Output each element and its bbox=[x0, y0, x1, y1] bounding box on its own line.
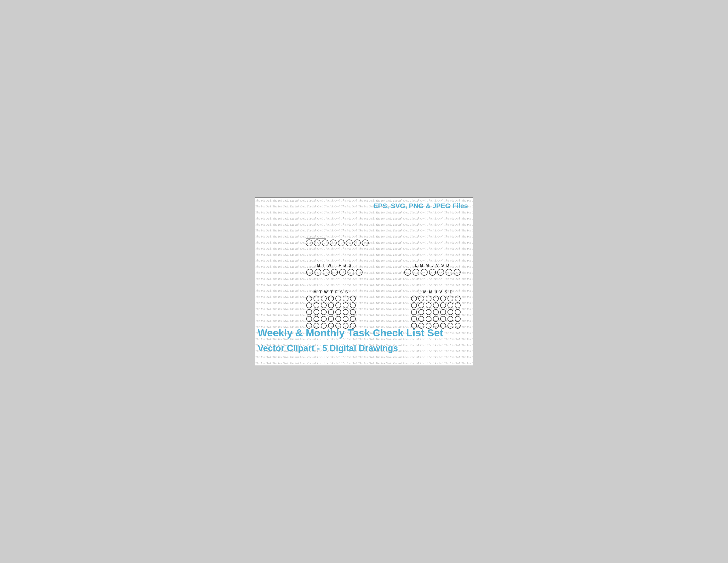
circle bbox=[321, 309, 327, 315]
monthly-label-mid: L M M J V S D bbox=[411, 290, 461, 295]
circle bbox=[433, 316, 439, 322]
circle bbox=[350, 303, 356, 308]
content-overlay: EPS, SVG, PNG & JPEG Files M T W T F S S bbox=[255, 198, 473, 366]
circle bbox=[328, 309, 334, 315]
circle bbox=[306, 239, 313, 246]
circle bbox=[455, 296, 461, 302]
circle bbox=[356, 269, 363, 276]
circle bbox=[314, 239, 321, 246]
circle bbox=[411, 296, 417, 302]
circle bbox=[328, 296, 334, 302]
circle bbox=[426, 309, 431, 315]
circle bbox=[347, 269, 354, 276]
circle bbox=[328, 303, 334, 308]
circle bbox=[421, 269, 428, 276]
main-card: The Ink Owl. The Ink Owl. The Ink Owl. T… bbox=[255, 197, 473, 366]
circle bbox=[426, 303, 431, 308]
circle bbox=[411, 309, 417, 315]
circle bbox=[343, 316, 348, 322]
circle bbox=[418, 303, 424, 308]
circle bbox=[321, 303, 327, 308]
circle bbox=[440, 316, 446, 322]
circle bbox=[411, 316, 417, 322]
circle bbox=[447, 323, 453, 329]
circle bbox=[306, 316, 312, 322]
circle bbox=[314, 296, 319, 302]
circle bbox=[343, 296, 348, 302]
circle bbox=[433, 309, 439, 315]
single-weekly-top bbox=[306, 238, 369, 246]
circle bbox=[350, 296, 356, 302]
monthly-tracker-mid: L M M J V S D bbox=[411, 290, 461, 330]
circle bbox=[350, 316, 356, 322]
bottom-title: Weekly & Monthly Task Check List Set bbox=[258, 327, 443, 339]
weekly-label-top: M T W T F S S bbox=[306, 263, 363, 267]
circle bbox=[321, 316, 327, 322]
circle bbox=[306, 303, 312, 308]
circle bbox=[306, 309, 312, 315]
circle bbox=[331, 269, 338, 276]
circle bbox=[404, 269, 411, 276]
circle bbox=[433, 296, 439, 302]
circle bbox=[322, 239, 329, 246]
weekly-label-mid: M T W T F S S bbox=[306, 290, 356, 295]
top-banner: EPS, SVG, PNG & JPEG Files bbox=[373, 202, 468, 210]
circle bbox=[413, 269, 419, 276]
circle bbox=[314, 303, 319, 308]
circle bbox=[426, 296, 431, 302]
circle bbox=[328, 316, 334, 322]
circle bbox=[339, 269, 346, 276]
circle bbox=[306, 269, 313, 276]
circle bbox=[335, 303, 341, 308]
circle bbox=[454, 269, 461, 276]
circle bbox=[447, 316, 453, 322]
circle bbox=[418, 309, 424, 315]
circle bbox=[437, 269, 444, 276]
circle bbox=[411, 303, 417, 308]
weekly-tracker-top: M T W T F S S bbox=[306, 263, 363, 276]
weekly-tracker-mid: M T W T F S S bbox=[306, 290, 356, 330]
circle bbox=[321, 296, 327, 302]
circle bbox=[354, 239, 361, 246]
circle bbox=[350, 309, 356, 315]
circle bbox=[338, 239, 345, 246]
circle bbox=[323, 269, 330, 276]
circle bbox=[455, 316, 461, 322]
circle bbox=[335, 316, 341, 322]
circle bbox=[335, 309, 341, 315]
bottom-subtitle: Vector Clipart - 5 Digital Drawings bbox=[258, 343, 398, 354]
circle bbox=[343, 303, 348, 308]
circle bbox=[314, 269, 321, 276]
circle bbox=[455, 309, 461, 315]
circle bbox=[440, 296, 446, 302]
circle bbox=[418, 316, 424, 322]
circle bbox=[447, 296, 453, 302]
circle bbox=[440, 303, 446, 308]
circle bbox=[455, 303, 461, 308]
circle bbox=[433, 303, 439, 308]
circle bbox=[440, 309, 446, 315]
circle bbox=[314, 309, 319, 315]
circle bbox=[306, 296, 312, 302]
circle bbox=[335, 296, 341, 302]
monthly-tracker-top: L M M J V S D bbox=[404, 263, 461, 276]
circle bbox=[455, 323, 461, 329]
circle bbox=[314, 316, 319, 322]
circle bbox=[447, 303, 453, 308]
circle bbox=[346, 239, 353, 246]
circle bbox=[362, 239, 369, 246]
circle bbox=[343, 309, 348, 315]
circle bbox=[429, 269, 436, 276]
circle bbox=[330, 239, 337, 246]
circle bbox=[426, 316, 431, 322]
monthly-label-top: L M M J V S D bbox=[404, 263, 461, 267]
circle bbox=[447, 309, 453, 315]
circle bbox=[418, 296, 424, 302]
circle bbox=[446, 269, 452, 276]
